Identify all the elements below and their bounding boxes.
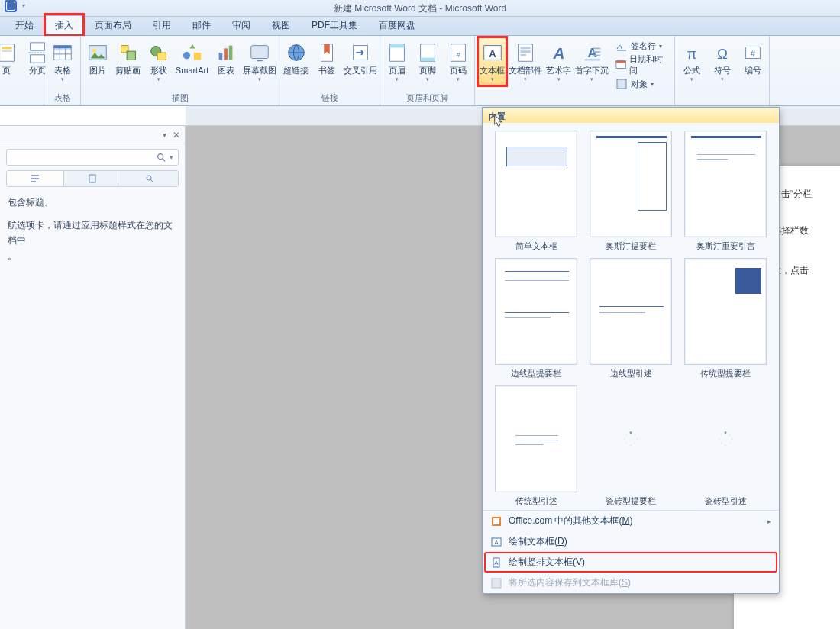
- cmd-table[interactable]: 表格 ▾: [47, 37, 79, 85]
- navpane-header: ▾ ✕: [0, 126, 185, 144]
- gallery-item-tiles-quote[interactable]: 瓷砖型引述: [681, 385, 770, 507]
- cmd-label: 首字下沉: [575, 66, 609, 76]
- ribbon-tab-strip: 开始 插入 页面布局 引用 邮件 审阅 视图 PDF工具集 百度网盘: [0, 17, 840, 36]
- gallery-item-sideline-sidebar[interactable]: 边线型提要栏: [492, 258, 580, 379]
- screenshot-icon: [247, 40, 272, 65]
- cmd-picture[interactable]: 图片: [83, 37, 112, 79]
- svg-rect-38: [616, 61, 625, 63]
- gallery-item-austin-quote[interactable]: 奥斯汀重要引言: [681, 131, 770, 252]
- svg-text:#: #: [750, 49, 755, 58]
- svg-rect-14: [193, 53, 200, 60]
- cmd-textbox[interactable]: A 文本框▾: [478, 37, 506, 85]
- gallery-header: 内置: [483, 108, 779, 123]
- tab-start[interactable]: 开始: [5, 15, 44, 35]
- tab-mailings[interactable]: 邮件: [182, 15, 221, 35]
- chevron-down-icon[interactable]: ▾: [170, 153, 173, 161]
- equation-icon: π: [680, 40, 704, 65]
- navpane-dropdown-icon[interactable]: ▾: [163, 131, 166, 139]
- cmd-chart[interactable]: 图表: [212, 37, 241, 79]
- chevron-down-icon: ▾: [557, 76, 561, 82]
- cmd-quickparts[interactable]: 文档部件▾: [508, 37, 543, 85]
- svg-point-59: [725, 444, 726, 446]
- gallery-grid: 简单文本框 奥斯汀提要栏 奥斯汀重要引言 边线型提要栏 边线型引述 传统型提要栏…: [483, 123, 779, 510]
- cmd-header[interactable]: 页眉▾: [383, 37, 412, 85]
- cmd-equation[interactable]: π 公式▾: [677, 37, 706, 85]
- gallery-row-label: 绘制竖排文本框(V): [509, 556, 585, 569]
- tab-pdf[interactable]: PDF工具集: [301, 15, 368, 35]
- cmd-label: 签名行: [631, 40, 656, 52]
- svg-rect-26: [420, 58, 435, 62]
- chart-icon: [214, 40, 238, 65]
- cmd-wordart[interactable]: A 艺术字▾: [544, 37, 573, 85]
- navpane-close-icon[interactable]: ✕: [173, 130, 180, 140]
- svg-rect-1: [2, 47, 11, 50]
- gallery-item-traditional-quote[interactable]: 传统型引述: [492, 385, 580, 507]
- cmd-label: 公式: [683, 66, 700, 76]
- gallery-item-sideline-quote[interactable]: 边线型引述: [586, 258, 675, 379]
- navpane-search[interactable]: ▾: [6, 149, 179, 166]
- cmd-footer[interactable]: 页脚▾: [413, 37, 442, 85]
- cmd-clipart[interactable]: 剪贴画: [114, 37, 143, 79]
- cmd-page-number[interactable]: # 页码▾: [444, 37, 473, 85]
- cmd-label: 书签: [318, 66, 335, 76]
- tab-references[interactable]: 引用: [142, 15, 182, 35]
- gallery-item-austin-sidebar[interactable]: 奥斯汀提要栏: [586, 131, 675, 252]
- header-icon: [385, 40, 409, 65]
- svg-rect-19: [257, 60, 263, 61]
- smartart-icon: [180, 40, 205, 65]
- navtab-headings[interactable]: [7, 171, 64, 186]
- svg-text:A: A: [489, 48, 496, 60]
- textbox-icon: A: [480, 40, 505, 65]
- cmd-cover-page[interactable]: 页: [0, 37, 21, 79]
- gallery-row-label: 绘制文本框(D): [509, 535, 567, 548]
- navtab-pages[interactable]: [64, 171, 121, 186]
- cmd-label: 图片: [89, 66, 106, 76]
- qat-dropdown-icon[interactable]: ▾: [20, 0, 27, 12]
- cmd-shapes[interactable]: 形状 ▾: [144, 37, 173, 85]
- app-icon[interactable]: [5, 0, 17, 12]
- bookmark-icon: [315, 40, 339, 65]
- cmd-screenshot[interactable]: 屏幕截图 ▾: [242, 37, 277, 85]
- gallery-item-traditional-sidebar[interactable]: 传统型提要栏: [681, 258, 770, 379]
- cmd-crossref[interactable]: 交叉引用: [343, 37, 378, 79]
- gallery-caption: 传统型引述: [515, 495, 557, 507]
- svg-rect-64: [493, 518, 499, 524]
- cmd-datetime[interactable]: 日期和时间: [614, 53, 668, 77]
- cmd-hyperlink[interactable]: 超链接: [282, 37, 311, 79]
- tab-page-layout[interactable]: 页面布局: [84, 15, 142, 35]
- cmd-bookmark[interactable]: 书签: [312, 37, 341, 79]
- svg-text:π: π: [687, 46, 696, 62]
- svg-text:A: A: [494, 560, 499, 566]
- textbox-gallery: 内置 简单文本框 奥斯汀提要栏 奥斯汀重要引言 边线型提要栏 边线型引述 传统型…: [482, 107, 780, 594]
- svg-rect-10: [127, 51, 135, 60]
- gallery-item-tiles-sidebar[interactable]: 瓷砖型提要栏: [586, 385, 675, 507]
- cmd-signature[interactable]: 签名行 ▾: [614, 39, 668, 53]
- gallery-draw-vertical-textbox[interactable]: A 绘制竖排文本框(V): [483, 552, 779, 573]
- gallery-office-more[interactable]: Office.com 中的其他文本框(M) ▸: [483, 511, 779, 531]
- cmd-number[interactable]: # 编号: [738, 37, 767, 79]
- symbol-icon: Ω: [710, 40, 735, 65]
- chevron-down-icon: ▾: [491, 76, 494, 82]
- cmd-symbol[interactable]: Ω 符号▾: [708, 37, 737, 85]
- cmd-object[interactable]: 对象 ▾: [614, 77, 668, 91]
- tab-review[interactable]: 审阅: [221, 15, 261, 35]
- footer-icon: [415, 40, 440, 65]
- gallery-item-simple[interactable]: 简单文本框: [492, 131, 580, 252]
- cmd-label: 剪贴画: [115, 66, 141, 76]
- chevron-down-icon: ▾: [396, 76, 399, 82]
- tab-view[interactable]: 视图: [261, 15, 301, 35]
- cmd-label: 页眉: [389, 66, 405, 76]
- gallery-draw-textbox[interactable]: A 绘制文本框(D): [483, 531, 779, 552]
- cmd-smartart[interactable]: SmartArt: [175, 37, 210, 79]
- crossref-icon: [348, 40, 373, 65]
- cmd-dropcap[interactable]: A 首字下沉▾: [574, 37, 609, 85]
- svg-rect-16: [224, 48, 228, 60]
- navtab-results[interactable]: [121, 171, 178, 186]
- tab-baidu[interactable]: 百度网盘: [368, 15, 426, 35]
- svg-point-60: [721, 443, 722, 444]
- svg-rect-69: [492, 579, 501, 588]
- svg-point-8: [92, 48, 96, 53]
- svg-point-47: [630, 431, 632, 434]
- tab-insert[interactable]: 插入: [44, 15, 84, 36]
- chevron-down-icon: ▾: [524, 76, 527, 82]
